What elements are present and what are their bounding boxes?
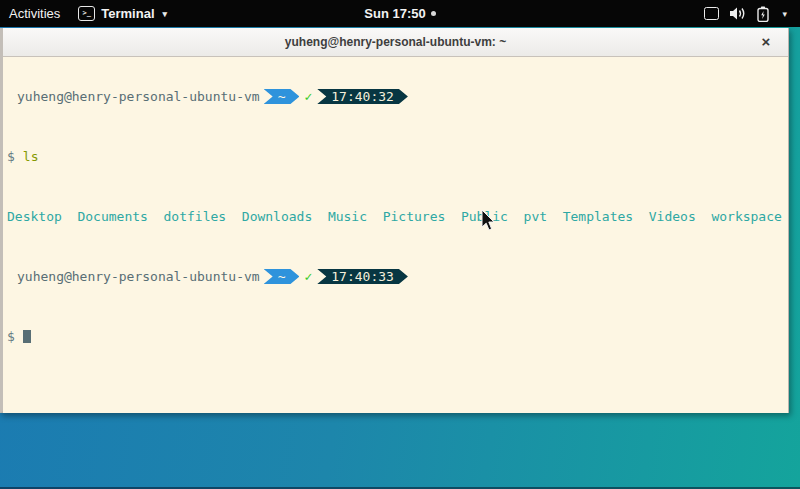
status-check-icon: ✓ xyxy=(304,269,312,284)
window-titlebar[interactable]: yuheng@henry-personal-ubuntu-vm: ~ × xyxy=(3,28,788,57)
terminal-body[interactable]: yuheng@henry-personal-ubuntu-vm~✓17:40:3… xyxy=(3,57,788,413)
activities-button[interactable]: Activities xyxy=(0,0,69,27)
notification-dot-icon xyxy=(431,11,436,16)
screen: Activities >_ Terminal ▾ Sun 17:50 xyxy=(0,0,800,489)
app-menu[interactable]: >_ Terminal ▾ xyxy=(69,0,176,27)
volume-icon xyxy=(730,7,746,20)
prompt-line-2: yuheng@henry-personal-ubuntu-vm~✓17:40:3… xyxy=(7,269,788,284)
terminal-app-icon: >_ xyxy=(78,6,95,21)
time-segment: 17:40:32 xyxy=(317,89,408,104)
cwd-segment: ~ xyxy=(264,269,300,284)
ls-output: Desktop Documents dotfiles Downloads Mus… xyxy=(7,209,788,224)
status-check-icon: ✓ xyxy=(304,89,312,104)
terminal-window: yuheng@henry-personal-ubuntu-vm: ~ × yuh… xyxy=(0,28,789,413)
battery-charging-icon xyxy=(757,6,769,22)
prompt-user: yuheng@henry-personal-ubuntu-vm xyxy=(17,89,260,104)
top-bar-left: Activities >_ Terminal ▾ xyxy=(0,0,176,27)
system-menu[interactable]: ▾ xyxy=(695,0,800,27)
top-bar-right: ▾ xyxy=(695,0,800,27)
app-menu-label: Terminal xyxy=(101,6,154,21)
terminal-app-icon-glyph: >_ xyxy=(83,10,91,17)
command-text: ls xyxy=(23,149,39,164)
chevron-down-icon: ▾ xyxy=(163,9,168,19)
prompt-symbol: $ xyxy=(7,149,15,164)
window-title: yuheng@henry-personal-ubuntu-vm: ~ xyxy=(285,35,506,49)
command-line: $ls xyxy=(7,149,788,164)
input-line[interactable]: $ xyxy=(7,329,788,344)
cwd-segment: ~ xyxy=(264,89,300,104)
clock-label: Sun 17:50 xyxy=(364,6,425,21)
top-bar: Activities >_ Terminal ▾ Sun 17:50 xyxy=(0,0,800,27)
terminal-cursor xyxy=(23,330,31,343)
prompt-user: yuheng@henry-personal-ubuntu-vm xyxy=(17,269,260,284)
time-segment: 17:40:33 xyxy=(317,269,408,284)
clock-button[interactable]: Sun 17:50 xyxy=(355,0,444,27)
close-button[interactable]: × xyxy=(754,28,778,56)
prompt-line-1: yuheng@henry-personal-ubuntu-vm~✓17:40:3… xyxy=(7,89,788,104)
display-icon xyxy=(704,7,719,20)
prompt-symbol: $ xyxy=(7,329,15,344)
system-menu-chevron-icon: ▾ xyxy=(782,9,787,19)
